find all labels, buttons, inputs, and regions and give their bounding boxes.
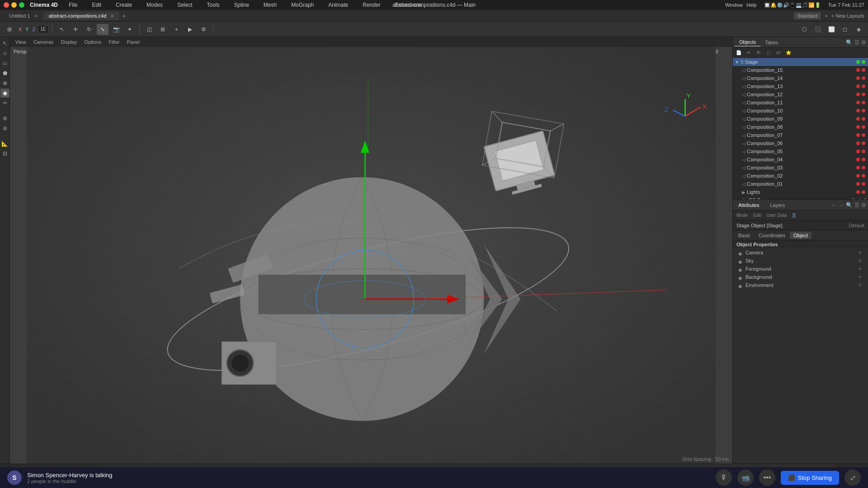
prop-val-camera[interactable]: ▼ bbox=[858, 250, 863, 255]
menu-mesh[interactable]: Mesh bbox=[260, 1, 280, 9]
tool-move[interactable]: ⊞ bbox=[4, 24, 15, 35]
mic-button[interactable]: 🎙 bbox=[716, 469, 732, 486]
obj-tool-file[interactable]: 📄 bbox=[735, 49, 743, 57]
menu-create[interactable]: Create bbox=[112, 1, 136, 9]
tool-rotate[interactable]: ↻ bbox=[83, 24, 95, 35]
vp-menu-filter[interactable]: Filter bbox=[107, 38, 121, 46]
tab-add-button[interactable]: + bbox=[119, 11, 128, 20]
menu-select[interactable]: Select bbox=[174, 1, 196, 9]
prop-sky[interactable]: ◆ Sky ▼ bbox=[733, 257, 868, 265]
layout-add[interactable]: + bbox=[825, 13, 827, 19]
obj-item-comp06[interactable]: ◁ Composition_06 bbox=[733, 139, 868, 147]
obj-settings-icon[interactable]: ⚙ bbox=[861, 39, 866, 46]
minimize-button[interactable] bbox=[11, 2, 17, 8]
obj-filter-icon[interactable]: ☰ bbox=[854, 39, 859, 46]
vp-menu-cameras[interactable]: Cameras bbox=[32, 38, 56, 46]
attr-userdata[interactable]: User Data bbox=[764, 212, 788, 219]
tool-front[interactable]: ◻ bbox=[839, 24, 851, 35]
prop-foreground[interactable]: ◆ Foreground ▼ bbox=[733, 265, 868, 273]
tab-attributes[interactable]: Attributes bbox=[735, 202, 763, 209]
expand-button[interactable]: ⤢ bbox=[844, 469, 861, 486]
vp-menu-display[interactable]: Display bbox=[59, 38, 79, 46]
stop-sharing-button[interactable]: ⬛ Stop Sharing bbox=[781, 471, 839, 485]
tool-selection[interactable]: ▭ bbox=[0, 59, 9, 68]
tool-floor[interactable]: ⊟ bbox=[0, 149, 9, 158]
menu-modes[interactable]: Modes bbox=[143, 1, 166, 9]
attr-filter-icon[interactable]: ☰ bbox=[854, 202, 859, 208]
menu-mograph[interactable]: MoGraph bbox=[288, 1, 317, 9]
tab-untitled[interactable]: Untitled 1 ✕ bbox=[4, 12, 43, 20]
tool-cam[interactable]: 📷 bbox=[110, 24, 122, 35]
video-button[interactable]: 📹 bbox=[737, 469, 754, 486]
tool-rs[interactable]: ◈ bbox=[853, 24, 864, 35]
tab-layers[interactable]: Layers bbox=[766, 202, 788, 209]
obj-item-comp02[interactable]: ◁ Composition_02 bbox=[733, 172, 868, 180]
attr-tab-basic[interactable]: Basic bbox=[735, 232, 754, 239]
attr-settings-icon[interactable]: ⚙ bbox=[861, 202, 866, 208]
cam-options-icon[interactable]: ⚙ bbox=[858, 198, 862, 200]
obj-tool-edit[interactable]: ✏ bbox=[745, 49, 753, 57]
tool-top[interactable]: ⬛ bbox=[812, 24, 824, 35]
obj-item-comp04[interactable]: ◁ Composition_04 bbox=[733, 155, 868, 164]
obj-item-comp10[interactable]: ◁ Composition_10 bbox=[733, 107, 868, 115]
tool-translate[interactable]: ✛ bbox=[70, 24, 81, 35]
menu-edit[interactable]: Edit bbox=[88, 1, 105, 9]
tab-takes[interactable]: Takes bbox=[760, 39, 783, 46]
attr-tab-object[interactable]: Object bbox=[790, 232, 811, 239]
tool-persp[interactable]: ⬡ bbox=[798, 24, 810, 35]
tab-close-abstract[interactable]: ✕ bbox=[110, 14, 114, 19]
coord-val-input[interactable] bbox=[38, 25, 48, 33]
tool-grid[interactable]: ⊞ bbox=[157, 24, 169, 35]
prop-environment[interactable]: ◆ Environment ▼ bbox=[733, 281, 868, 289]
obj-item-comp13[interactable]: ◁ Composition_13 bbox=[733, 82, 868, 90]
menu-spline[interactable]: Spline bbox=[231, 1, 253, 9]
tool-loop[interactable]: ⊕ bbox=[0, 79, 9, 88]
obj-item-comp05[interactable]: ◁ Composition_05 bbox=[733, 147, 868, 155]
obj-item-comp01[interactable]: ◁ Composition_01 bbox=[733, 180, 868, 188]
tool-arrow[interactable]: ↖ bbox=[0, 39, 9, 48]
vp-menu-options[interactable]: Options bbox=[82, 38, 103, 46]
attr-mode[interactable]: Mode bbox=[735, 212, 750, 219]
tool-poly[interactable]: ⬟ bbox=[0, 69, 9, 78]
attr-back-icon[interactable]: ← bbox=[831, 202, 837, 208]
obj-item-comp14[interactable]: ◁ Composition_14 bbox=[733, 74, 868, 82]
tool-coord-sys[interactable]: ⌖ bbox=[170, 24, 182, 35]
tool-right[interactable]: ⬜ bbox=[826, 24, 837, 35]
cam-help-icon[interactable]: ? bbox=[863, 198, 866, 200]
menu-window[interactable]: Window bbox=[725, 2, 743, 8]
attr-fwd-icon[interactable]: → bbox=[839, 202, 844, 208]
obj-item-comp11[interactable]: ◁ Composition_11 bbox=[733, 99, 868, 107]
obj-item-comp08[interactable]: ◁ Composition_08 bbox=[733, 123, 868, 131]
attr-search-icon[interactable]: 🔍 bbox=[846, 202, 853, 208]
vp-menu-panel[interactable]: Panel bbox=[125, 38, 142, 46]
tool-snap[interactable]: ◫ bbox=[143, 24, 155, 35]
new-layouts-button[interactable]: + New Layouts bbox=[831, 13, 864, 19]
cam-link-icon[interactable]: ⛓ bbox=[851, 198, 856, 200]
traffic-lights[interactable] bbox=[4, 2, 24, 8]
menu-help[interactable]: Help bbox=[746, 2, 757, 8]
tool-mode[interactable]: ⊹ bbox=[0, 49, 9, 58]
prop-val-bg[interactable]: ▼ bbox=[858, 274, 863, 280]
obj-tool-bookmarks[interactable]: ⭐ bbox=[784, 49, 793, 57]
obj-tool-tags[interactable]: 🏷 bbox=[774, 49, 783, 57]
obj-item-comp03[interactable]: ◁ Composition_03 bbox=[733, 164, 868, 172]
obj-item-comp12[interactable]: ◁ Composition_12 bbox=[733, 90, 868, 99]
obj-item-lights[interactable]: ▶ Lights bbox=[733, 188, 868, 196]
tool-knife[interactable]: ✂ bbox=[0, 99, 9, 108]
tool-select[interactable]: ↖ bbox=[56, 24, 68, 35]
attr-edit[interactable]: Edit bbox=[751, 212, 763, 219]
tool-scale[interactable]: ⤡ bbox=[97, 24, 108, 35]
layout-button[interactable]: Standard bbox=[794, 12, 821, 19]
tool-live[interactable]: ◉ bbox=[0, 89, 9, 98]
close-button[interactable] bbox=[4, 2, 9, 8]
obj-item-comp07[interactable]: ◁ Composition_07 bbox=[733, 131, 868, 139]
prop-val-sky[interactable]: ▼ bbox=[858, 258, 863, 263]
tool-sculpt[interactable]: ⊜ bbox=[0, 124, 9, 133]
prop-val-fg[interactable]: ▼ bbox=[858, 266, 863, 272]
obj-visibility-stage[interactable] bbox=[856, 60, 860, 64]
attr-tab-coords[interactable]: Coordinates bbox=[755, 232, 789, 239]
tab-abstract[interactable]: abstract-compositions.c4d ✕ bbox=[43, 12, 120, 20]
obj-dot-comp15[interactable] bbox=[856, 68, 860, 72]
tool-light[interactable]: ✦ bbox=[124, 24, 136, 35]
tab-objects[interactable]: Objects bbox=[735, 38, 760, 47]
